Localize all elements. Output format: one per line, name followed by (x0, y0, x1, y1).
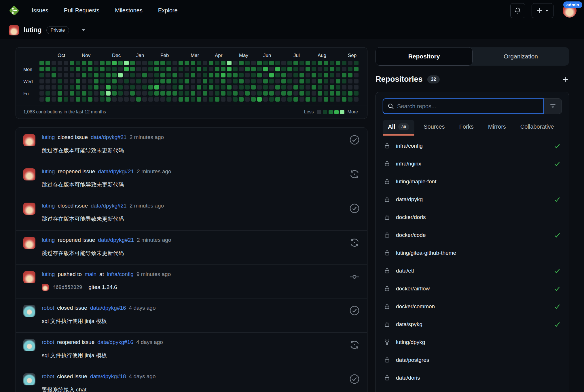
heatmap-cell[interactable] (263, 73, 268, 77)
issue-title-text[interactable]: 警报系统接入 chat (42, 386, 344, 392)
heatmap-cell[interactable] (275, 79, 280, 83)
heatmap-cell[interactable] (94, 97, 98, 102)
heatmap-cell[interactable] (354, 67, 359, 71)
issue-title-text[interactable]: sql 文件执行使用 jinja 模板 (42, 317, 344, 325)
heatmap-cell[interactable] (215, 91, 219, 96)
heatmap-cell[interactable] (269, 91, 274, 96)
repo-link[interactable]: data/dpykg#16 (97, 339, 133, 345)
heatmap-cell[interactable] (209, 73, 213, 77)
heatmap-cell[interactable] (88, 61, 92, 65)
heatmap-cell[interactable] (293, 85, 298, 90)
heatmap-cell[interactable] (251, 79, 256, 83)
heatmap-cell[interactable] (257, 91, 262, 96)
heatmap-cell[interactable] (112, 73, 117, 77)
heatmap-cell[interactable] (39, 67, 44, 71)
heatmap-cell[interactable] (203, 61, 207, 65)
heatmap-cell[interactable] (342, 73, 346, 77)
heatmap-cell[interactable] (94, 91, 98, 96)
heatmap-cell[interactable] (154, 97, 159, 102)
heatmap-cell[interactable] (130, 79, 135, 83)
heatmap-cell[interactable] (324, 67, 328, 71)
heatmap-cell[interactable] (293, 61, 298, 65)
heatmap-cell[interactable] (191, 73, 195, 77)
heatmap-cell[interactable] (221, 91, 225, 96)
heatmap-cell[interactable] (166, 85, 171, 90)
heatmap-cell[interactable] (233, 79, 238, 83)
heatmap-cell[interactable] (348, 61, 352, 65)
nav-link-issues[interactable]: Issues (32, 7, 48, 14)
heatmap-cell[interactable] (148, 79, 153, 83)
heatmap-cell[interactable] (209, 97, 213, 102)
repo-filter-tab-mirrors[interactable]: Mirrors (483, 120, 511, 135)
heatmap-cell[interactable] (239, 79, 244, 83)
heatmap-cell[interactable] (64, 91, 68, 96)
heatmap-cell[interactable] (209, 91, 213, 96)
nav-link-explore[interactable]: Explore (158, 7, 178, 14)
heatmap-cell[interactable] (233, 67, 238, 71)
heatmap-cell[interactable] (233, 85, 238, 90)
heatmap-cell[interactable] (281, 73, 286, 77)
actor-link[interactable]: luting (42, 168, 55, 175)
repo-link[interactable]: data/dpykg#18 (90, 373, 126, 380)
heatmap-cell[interactable] (45, 61, 50, 65)
heatmap-cell[interactable] (106, 97, 111, 102)
heatmap-cell[interactable] (233, 97, 238, 102)
heatmap-cell[interactable] (306, 61, 310, 65)
heatmap-cell[interactable] (82, 61, 86, 65)
heatmap-cell[interactable] (124, 61, 129, 65)
repo-name-link[interactable]: infra/config (396, 143, 423, 149)
heatmap-cell[interactable] (287, 67, 292, 71)
repo-link[interactable]: data/dpykg#21 (98, 237, 134, 243)
heatmap-cell[interactable] (269, 67, 274, 71)
heatmap-cell[interactable] (179, 67, 183, 71)
heatmap-cell[interactable] (215, 85, 219, 90)
heatmap-cell[interactable] (70, 73, 74, 77)
heatmap-cell[interactable] (160, 67, 165, 71)
issue-title-text[interactable]: 跳过存在版本可能导致未更新代码 (42, 147, 344, 154)
heatmap-cell[interactable] (342, 67, 346, 71)
avatar[interactable] (23, 203, 35, 215)
heatmap-cell[interactable] (124, 79, 129, 83)
heatmap-cell[interactable] (348, 91, 352, 96)
heatmap-cell[interactable] (257, 79, 262, 83)
heatmap-cell[interactable] (293, 79, 298, 83)
actor-link[interactable]: robot (42, 373, 54, 380)
heatmap-cell[interactable] (263, 85, 268, 90)
heatmap-cell[interactable] (172, 91, 177, 96)
heatmap-cell[interactable] (191, 79, 195, 83)
heatmap-cell[interactable] (112, 97, 117, 102)
heatmap-cell[interactable] (142, 91, 147, 96)
heatmap-cell[interactable] (251, 97, 256, 102)
heatmap-cell[interactable] (166, 91, 171, 96)
heatmap-cell[interactable] (348, 73, 352, 77)
issue-title-text[interactable]: sql 文件执行使用 jinja 模板 (42, 352, 344, 359)
heatmap-cell[interactable] (269, 79, 274, 83)
repo-filter-tab-forks[interactable]: Forks (454, 120, 479, 135)
heatmap-cell[interactable] (45, 73, 50, 77)
heatmap-cell[interactable] (179, 61, 183, 65)
heatmap-cell[interactable] (94, 73, 98, 77)
heatmap-cell[interactable] (203, 91, 207, 96)
heatmap-cell[interactable] (221, 67, 225, 71)
repo-filter-tab-all[interactable]: All30 (383, 120, 414, 135)
heatmap-cell[interactable] (245, 79, 250, 83)
heatmap-cell[interactable] (318, 67, 322, 71)
heatmap-cell[interactable] (257, 67, 262, 71)
heatmap-cell[interactable] (245, 97, 250, 102)
heatmap-cell[interactable] (112, 67, 117, 71)
heatmap-cell[interactable] (281, 91, 286, 96)
heatmap-cell[interactable] (275, 67, 280, 71)
avatar[interactable] (23, 168, 35, 180)
repo-filter-tab-sources[interactable]: Sources (418, 120, 450, 135)
repo-filter-button[interactable] (544, 98, 562, 114)
heatmap-cell[interactable] (293, 73, 298, 77)
heatmap-cell[interactable] (124, 73, 129, 77)
repo-name-link[interactable]: docker/airflow (396, 286, 430, 292)
heatmap-cell[interactable] (82, 97, 86, 102)
heatmap-cell[interactable] (136, 85, 141, 90)
heatmap-cell[interactable] (263, 79, 268, 83)
actor-link[interactable]: luting (42, 271, 55, 277)
heatmap-cell[interactable] (52, 97, 56, 102)
heatmap-cell[interactable] (299, 85, 304, 90)
heatmap-cell[interactable] (239, 91, 244, 96)
